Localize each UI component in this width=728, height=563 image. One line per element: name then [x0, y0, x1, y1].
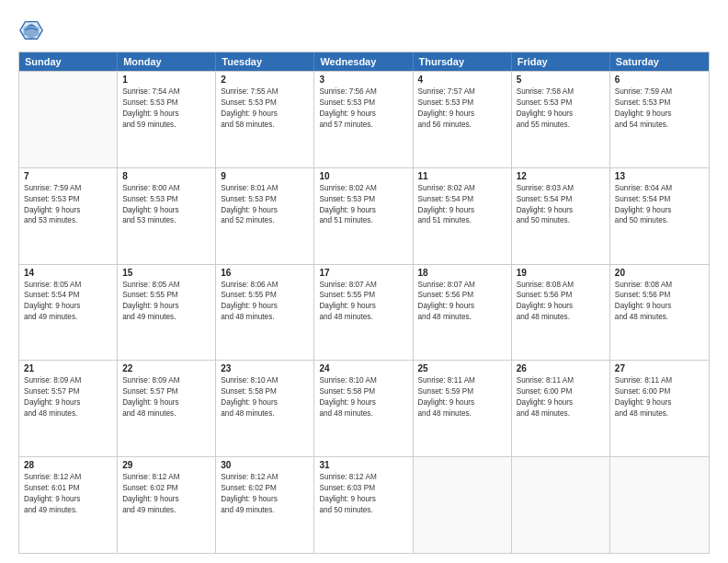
calendar-cell: 29Sunrise: 8:12 AMSunset: 6:02 PMDayligh…	[118, 457, 216, 553]
cell-info-line: Sunset: 5:54 PM	[24, 290, 112, 301]
cell-info-line: Sunset: 5:54 PM	[615, 194, 704, 205]
header-day-saturday: Saturday	[610, 52, 709, 71]
calendar-cell: 27Sunrise: 8:11 AMSunset: 6:00 PMDayligh…	[610, 361, 709, 456]
calendar-cell: 21Sunrise: 8:09 AMSunset: 5:57 PMDayligh…	[19, 361, 118, 456]
day-number: 13	[615, 171, 704, 181]
cell-info-line: Daylight: 9 hours	[24, 494, 112, 505]
cell-info-line: Daylight: 9 hours	[319, 301, 407, 312]
calendar-cell: 5Sunrise: 7:58 AMSunset: 5:53 PMDaylight…	[512, 72, 610, 167]
calendar-cell	[414, 457, 512, 553]
header	[18, 17, 710, 42]
cell-info-line: and 53 minutes.	[24, 215, 112, 226]
day-number: 11	[418, 171, 506, 181]
calendar-cell: 4Sunrise: 7:57 AMSunset: 5:53 PMDaylight…	[414, 72, 512, 167]
cell-info-line: Sunrise: 7:59 AM	[615, 86, 704, 98]
calendar-cell: 12Sunrise: 8:03 AMSunset: 5:54 PMDayligh…	[512, 168, 610, 264]
calendar-row-3: 21Sunrise: 8:09 AMSunset: 5:57 PMDayligh…	[19, 360, 709, 456]
cell-info-line: Daylight: 9 hours	[517, 205, 605, 216]
calendar-cell: 16Sunrise: 8:06 AMSunset: 5:55 PMDayligh…	[216, 265, 314, 361]
calendar-cell	[512, 457, 610, 553]
day-number: 24	[319, 363, 407, 373]
calendar-cell: 13Sunrise: 8:04 AMSunset: 5:54 PMDayligh…	[610, 168, 709, 264]
header-day-thursday: Thursday	[414, 52, 512, 71]
day-number: 30	[221, 460, 309, 470]
cell-info-line: and 59 minutes.	[122, 120, 210, 131]
calendar-row-0: 1Sunrise: 7:54 AMSunset: 5:53 PMDaylight…	[19, 71, 709, 167]
calendar-cell: 1Sunrise: 7:54 AMSunset: 5:53 PMDaylight…	[118, 72, 216, 167]
cell-info-line: Sunset: 5:59 PM	[418, 386, 506, 397]
cell-info-line: Sunrise: 8:12 AM	[221, 472, 309, 483]
calendar-cell: 28Sunrise: 8:12 AMSunset: 6:01 PMDayligh…	[19, 457, 118, 553]
cell-info-line: Daylight: 9 hours	[122, 397, 210, 408]
cell-info-line: Sunset: 6:00 PM	[615, 386, 704, 397]
cell-info-line: Daylight: 9 hours	[122, 494, 210, 505]
cell-info-line: Sunset: 5:57 PM	[122, 386, 210, 397]
cell-info-line: Sunset: 5:53 PM	[319, 194, 407, 205]
header-day-friday: Friday	[512, 52, 610, 71]
cell-info-line: Daylight: 9 hours	[221, 397, 309, 408]
cell-info-line: Sunset: 5:54 PM	[418, 194, 506, 205]
cell-info-line: and 49 minutes.	[122, 505, 210, 516]
cell-info-line: Sunrise: 7:58 AM	[517, 86, 605, 98]
cell-info-line: Daylight: 9 hours	[418, 397, 506, 408]
cell-info-line: and 52 minutes.	[221, 215, 309, 226]
calendar-cell: 24Sunrise: 8:10 AMSunset: 5:58 PMDayligh…	[314, 361, 413, 456]
calendar-cell: 2Sunrise: 7:55 AMSunset: 5:53 PMDaylight…	[216, 72, 314, 167]
calendar-cell	[19, 72, 118, 167]
cell-info-line: Daylight: 9 hours	[517, 397, 605, 408]
cell-info-line: Sunrise: 8:05 AM	[122, 280, 210, 291]
day-number: 3	[319, 75, 407, 85]
cell-info-line: Sunrise: 8:12 AM	[24, 472, 112, 483]
calendar-cell: 14Sunrise: 8:05 AMSunset: 5:54 PMDayligh…	[19, 265, 118, 361]
cell-info-line: Sunrise: 7:59 AM	[24, 183, 112, 194]
calendar-cell: 18Sunrise: 8:07 AMSunset: 5:56 PMDayligh…	[414, 265, 512, 361]
cell-info-line: Sunrise: 7:57 AM	[418, 86, 506, 98]
day-number: 8	[122, 171, 210, 181]
day-number: 1	[122, 75, 210, 85]
day-number: 31	[319, 460, 407, 470]
cell-info-line: and 49 minutes.	[122, 312, 210, 323]
cell-info-line: Sunset: 5:58 PM	[221, 386, 309, 397]
cell-info-line: and 50 minutes.	[615, 215, 704, 226]
cell-info-line: Daylight: 9 hours	[122, 301, 210, 312]
header-day-tuesday: Tuesday	[216, 52, 314, 71]
cell-info-line: and 51 minutes.	[319, 215, 407, 226]
cell-info-line: Daylight: 9 hours	[615, 301, 704, 312]
day-number: 10	[319, 171, 407, 181]
calendar-cell: 10Sunrise: 8:02 AMSunset: 5:53 PMDayligh…	[314, 168, 413, 264]
day-number: 20	[615, 268, 704, 278]
cell-info-line: Daylight: 9 hours	[517, 301, 605, 312]
day-number: 26	[517, 363, 605, 373]
cell-info-line: Daylight: 9 hours	[221, 494, 309, 505]
cell-info-line: Sunset: 5:56 PM	[418, 290, 506, 301]
day-number: 23	[221, 363, 309, 373]
day-number: 27	[615, 363, 704, 373]
cell-info-line: Daylight: 9 hours	[319, 205, 407, 216]
cell-info-line: Sunrise: 8:11 AM	[517, 375, 605, 386]
cell-info-line: and 53 minutes.	[122, 215, 210, 226]
cell-info-line: Sunrise: 8:12 AM	[122, 472, 210, 483]
cell-info-line: Sunset: 5:53 PM	[24, 194, 112, 205]
cell-info-line: Sunset: 5:53 PM	[319, 98, 407, 109]
cell-info-line: Daylight: 9 hours	[418, 109, 506, 120]
calendar-cell: 17Sunrise: 8:07 AMSunset: 5:55 PMDayligh…	[314, 265, 413, 361]
cell-info-line: Sunset: 6:02 PM	[122, 483, 210, 494]
cell-info-line: Sunset: 5:54 PM	[517, 194, 605, 205]
cell-info-line: Daylight: 9 hours	[221, 301, 309, 312]
cell-info-line: and 55 minutes.	[517, 120, 605, 131]
calendar-body: 1Sunrise: 7:54 AMSunset: 5:53 PMDaylight…	[19, 71, 709, 553]
day-number: 15	[122, 268, 210, 278]
cell-info-line: Daylight: 9 hours	[418, 301, 506, 312]
cell-info-line: and 49 minutes.	[221, 505, 309, 516]
cell-info-line: Sunrise: 8:03 AM	[517, 183, 605, 194]
calendar-cell	[610, 457, 709, 553]
cell-info-line: and 48 minutes.	[319, 312, 407, 323]
cell-info-line: and 48 minutes.	[517, 312, 605, 323]
header-day-wednesday: Wednesday	[314, 52, 413, 71]
cell-info-line: Daylight: 9 hours	[615, 397, 704, 408]
header-day-monday: Monday	[118, 52, 216, 71]
cell-info-line: Sunrise: 8:08 AM	[615, 280, 704, 291]
cell-info-line: Sunrise: 8:12 AM	[319, 472, 407, 483]
cell-info-line: and 51 minutes.	[418, 215, 506, 226]
logo-icon	[18, 17, 44, 42]
